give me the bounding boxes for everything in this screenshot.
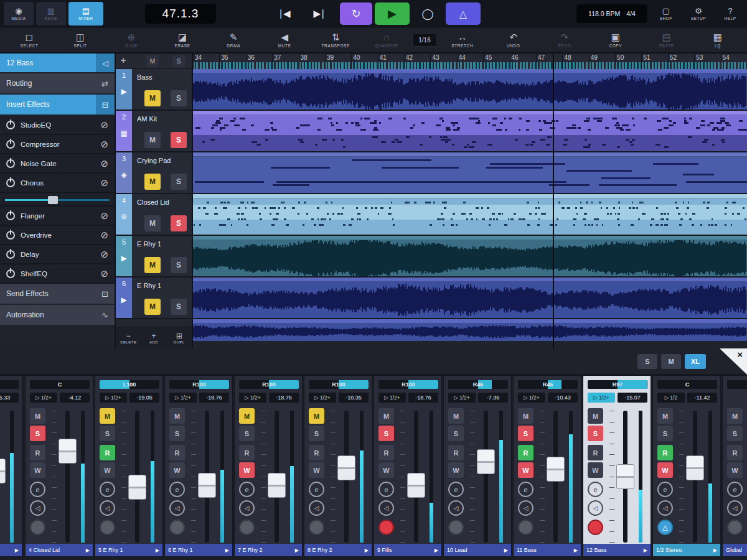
channel-name-bar[interactable]: 12 Bass▶ — [583, 544, 651, 556]
channel-name-bar[interactable]: 1/2 Stereo▶ — [653, 544, 720, 556]
keys-button[interactable]: ▥ KEYS — [36, 2, 66, 26]
mixer-size-xl-button[interactable]: XL — [685, 354, 706, 369]
record-arm-button[interactable] — [378, 520, 394, 535]
effect-slot-shelfeq[interactable]: ShelfEQ⊘ — [0, 264, 115, 284]
tool-undo[interactable]: ↶UNDO — [488, 32, 539, 48]
clip-6-e-rhy-1[interactable] — [193, 278, 747, 319]
track-mute-button[interactable]: M — [144, 132, 161, 148]
fader-handle[interactable] — [59, 439, 77, 464]
track-color-tab[interactable]: 6▶ — [116, 278, 132, 318]
pan-slider[interactable]: C — [657, 380, 717, 389]
channel-solo-button[interactable]: S — [448, 426, 464, 441]
metronome-toggle[interactable]: △ — [657, 520, 673, 535]
automation-write-button[interactable]: W — [169, 462, 185, 478]
track-mute-button[interactable]: M — [144, 257, 161, 273]
channel-solo-button[interactable]: S — [727, 426, 743, 441]
automation-read-button[interactable]: R — [239, 445, 255, 460]
slider-handle[interactable] — [48, 196, 58, 204]
fader-handle[interactable] — [337, 455, 355, 480]
speaker-icon[interactable]: ◁ — [100, 500, 115, 516]
automation-read-button[interactable]: R — [518, 445, 533, 460]
fader-handle[interactable] — [128, 475, 146, 500]
media-button[interactable]: ◉ MEDIA — [4, 2, 34, 26]
channel-mute-button[interactable]: M — [169, 408, 185, 424]
pan-slider[interactable]: L100 — [100, 380, 159, 389]
tool-redo[interactable]: ↷REDO — [539, 32, 590, 48]
automation-write-button[interactable]: W — [30, 462, 45, 478]
dupl-track-button[interactable]: ⊞DUPL — [166, 327, 192, 348]
track-header-5[interactable]: 5▶E Rhy 1MS — [116, 236, 192, 278]
channel-eq-button[interactable]: e — [30, 482, 45, 497]
output-routing-button[interactable]: ▷1/2+ — [518, 393, 545, 403]
playhead[interactable] — [553, 54, 554, 348]
fader-handle[interactable] — [0, 459, 6, 483]
setup-button[interactable]: ⚙ SETUP — [684, 2, 713, 26]
pan-slider[interactable]: R100 — [169, 380, 229, 389]
record-arm-button[interactable] — [588, 520, 603, 535]
fader-handle[interactable] — [268, 473, 286, 498]
mixer-channel-8-e-rhy-2[interactable]: R100▷1/2+-10.35MSRWe◁8 E Rhy 2▶ — [304, 375, 372, 557]
automation-write-button[interactable]: W — [448, 462, 464, 478]
record-arm-button[interactable] — [448, 520, 464, 535]
channel-name-bar[interactable]: 3 Crying Pad▶ — [0, 544, 22, 556]
power-icon[interactable] — [6, 231, 15, 240]
channel-mute-button[interactable]: M — [100, 408, 115, 424]
mixer-channel-global[interactable]: CMSRWe◁Global▶ — [722, 375, 747, 557]
pan-slider[interactable]: R100 — [239, 380, 299, 389]
speaker-icon[interactable]: ◁ — [657, 500, 673, 516]
effect-slot-noise-gate[interactable]: Noise Gate⊘ — [0, 154, 115, 174]
track-color-tab[interactable]: 3◈ — [116, 152, 132, 193]
mixer-button[interactable]: ▤ MIXER — [68, 2, 103, 26]
channel-solo-button[interactable]: S — [657, 426, 673, 441]
effect-slot-overdrive[interactable]: Overdrive⊘ — [0, 226, 115, 245]
routing-row[interactable]: Routing ⇄ — [0, 73, 115, 93]
fader-handle[interactable] — [198, 473, 216, 498]
loop-button[interactable]: ↻ — [340, 2, 372, 25]
pan-slider[interactable]: R46 — [448, 380, 508, 389]
pan-slider[interactable]: R45 — [518, 380, 578, 389]
track-color-tab[interactable]: 5▶ — [116, 236, 132, 276]
mixer-channel-11-bass[interactable]: R45▷1/2+-10.43MSRWe◁11 Bass▶ — [513, 375, 581, 557]
automation-read-button[interactable]: R — [169, 445, 185, 460]
mute-column-header[interactable]: M — [146, 55, 159, 67]
fader-track[interactable] — [484, 411, 488, 543]
bypass-icon[interactable]: ⊘ — [100, 210, 108, 222]
automation-write-button[interactable]: W — [378, 462, 394, 478]
automation-read-button[interactable]: R — [448, 445, 464, 460]
mixer-size-medium-button[interactable]: M — [661, 354, 681, 369]
power-icon[interactable] — [6, 269, 15, 278]
automation-read-button[interactable]: R — [100, 445, 115, 460]
automation-write-button[interactable]: W — [239, 462, 255, 478]
record-arm-button[interactable] — [727, 520, 743, 535]
clip-3-crying-pad[interactable] — [193, 152, 747, 194]
track-solo-button[interactable]: S — [171, 90, 187, 106]
track-solo-button[interactable]: S — [171, 132, 187, 148]
channel-eq-button[interactable]: e — [239, 482, 255, 497]
channel-mute-button[interactable]: M — [239, 408, 255, 424]
track-solo-button[interactable]: S — [171, 257, 187, 273]
channel-name-bar[interactable]: Global▶ — [723, 544, 747, 556]
tool-paste[interactable]: ▤PASTE — [641, 32, 692, 48]
channel-mute-button[interactable]: M — [727, 408, 743, 424]
add-track-button[interactable]: +ADD — [141, 327, 167, 348]
channel-name-bar[interactable]: 6 E Rhy 1▶ — [165, 544, 232, 556]
delete-track-button[interactable]: −DELETE — [116, 327, 141, 348]
channel-solo-button[interactable]: S — [169, 426, 185, 441]
output-routing-button[interactable]: ▷1/2 — [657, 393, 685, 403]
output-routing-button[interactable]: ▷1/2+ — [100, 393, 127, 403]
record-arm-button[interactable] — [239, 520, 255, 535]
tool-quantize[interactable]: ∩QUANTIZE — [361, 32, 412, 48]
help-button[interactable]: ? HELP — [716, 2, 745, 26]
track-mute-button[interactable]: M — [144, 299, 161, 315]
bypass-icon[interactable]: ⊘ — [100, 177, 108, 189]
channel-solo-button[interactable]: S — [309, 426, 324, 441]
fader-handle[interactable] — [477, 449, 495, 474]
record-button[interactable]: ◯ — [412, 2, 443, 25]
track-mute-button[interactable]: M — [144, 90, 161, 106]
metronome-button[interactable]: △ — [446, 2, 481, 25]
output-routing-button[interactable]: ▷1/2+ — [239, 393, 266, 403]
insert-effects-row[interactable]: Insert Effects ⊟ — [0, 95, 115, 114]
monitor-icon[interactable]: ◁ — [96, 54, 115, 72]
automation-read-button[interactable]: R — [309, 445, 324, 460]
tool-lq[interactable]: ▦LQ — [692, 32, 743, 48]
